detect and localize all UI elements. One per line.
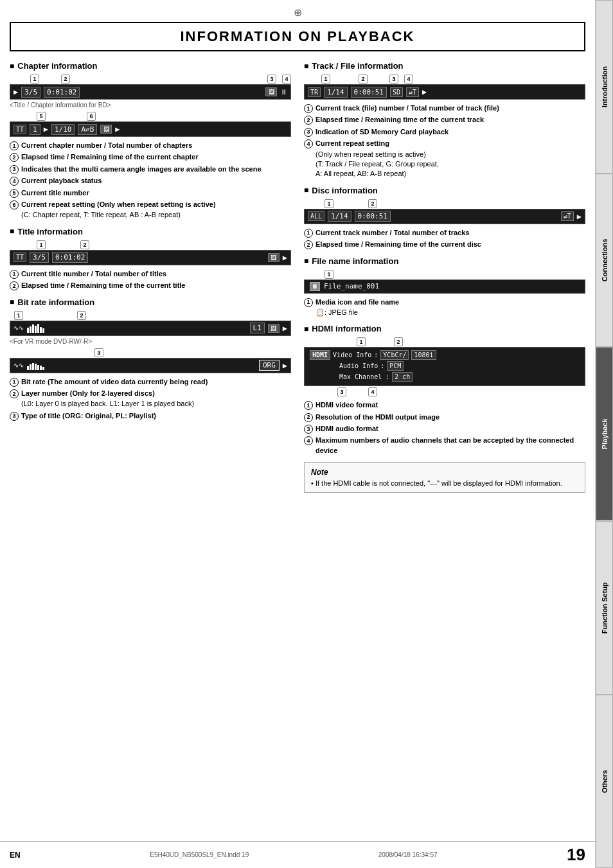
video-info-label: Video Info	[333, 351, 371, 359]
hdmi-note: Note • If the HDMI cable is not connecte…	[304, 462, 585, 493]
track-display: TR 1/14 0:00:51 SD ⇌T ▶	[304, 84, 585, 100]
bitrate-display-2: ∿∿ ORG ▶	[10, 358, 291, 373]
sidebar-tab-connections[interactable]: Connections	[596, 173, 613, 347]
callout-6: 6	[87, 112, 96, 121]
disc-track-num: 1/14	[328, 211, 351, 222]
hdmi-desc-1: 1 HDMI video format	[304, 400, 585, 410]
hdmi-max-row: Max Channel : 2 ch	[310, 372, 580, 382]
chapter-desc-list: 1 Current chapter number / Total number …	[10, 141, 291, 220]
chapter-desc-1: 1 Current chapter number / Total number …	[10, 141, 291, 150]
disc-arrow: ▶	[577, 212, 582, 221]
title-desc-2: 2 Elapsed time / Remaining time of the c…	[10, 281, 291, 290]
page-number: 19	[567, 845, 585, 865]
chapter-desc-5: 5 Current title number	[10, 188, 291, 198]
track-desc-3: 3 Indication of SD Memory Card playback	[304, 127, 585, 137]
filename-desc-list: 1 Media icon and file name📋: JPEG file	[304, 297, 585, 318]
title-num: 1	[30, 124, 40, 135]
chapter-desc-3: 3 Indicates that the multi camera angle …	[10, 164, 291, 174]
track-num: 1/14	[324, 87, 348, 98]
en-label: EN	[10, 851, 21, 860]
disc-desc-1: 1 Current track number / Total number of…	[304, 228, 585, 238]
chapter-display-2: TT 1 ▶ 1/10 A⇌B 🖼 ▶	[10, 121, 291, 137]
note-text: • If the HDMI cable is not connected, "-…	[311, 479, 578, 487]
title-desc-list: 1 Current title number / Total number of…	[10, 269, 291, 291]
meter-bars-2	[27, 361, 44, 370]
title-info-header: Title information	[10, 227, 291, 236]
bitrate-callouts-1: 1 2	[10, 311, 291, 320]
title-arrow: ▶	[283, 253, 287, 262]
repeat-t-label: ⇌T	[406, 87, 419, 97]
sidebar-tab-playback[interactable]: Playback	[596, 347, 613, 520]
track-arrow: ▶	[422, 87, 427, 96]
repeat-val: A⇌B	[78, 124, 97, 135]
tr-label: TR	[308, 87, 321, 97]
pause-icon: ⏸	[280, 88, 287, 96]
page-title: INFORMATION ON PLAYBACK	[10, 22, 585, 51]
chapter-ratio: 1/10	[51, 124, 75, 135]
track-desc-1: 1 Current track (file) number / Total nu…	[304, 103, 585, 113]
audio-val: PCM	[387, 361, 404, 371]
bottom-file: E5H40UD_NB500SL9_EN.indd 19	[150, 851, 249, 858]
hdmi-info-header: HDMI information	[304, 324, 585, 333]
note-title: Note	[311, 468, 578, 477]
top-symbol: ⊕	[10, 6, 585, 19]
wave-icon1: ∿∿	[13, 324, 24, 332]
disc-time: 0:00:51	[355, 211, 391, 222]
layer-val: L1	[250, 323, 265, 333]
sidebar-tab-function-setup[interactable]: Function Setup	[596, 521, 613, 695]
sidebar-tab-others[interactable]: Others	[596, 695, 613, 868]
filename-display: 📋 File_name_001	[304, 279, 585, 294]
all-label: ALL	[308, 211, 324, 221]
video-val1: YCbCr/	[380, 350, 409, 360]
filename-desc-1: 1 Media icon and file name📋: JPEG file	[304, 297, 585, 318]
bitrate-info-header: Bit rate information	[10, 297, 291, 307]
track-desc-list: 1 Current track (file) number / Total nu…	[304, 103, 585, 179]
play-icon-2: ▶	[44, 125, 48, 134]
track-callouts: 1 2 3 4	[304, 75, 585, 84]
callout-4: 4	[282, 75, 291, 84]
title-icon: 🖼	[268, 253, 280, 262]
chapter-desc-4: 4 Current playback status	[10, 176, 291, 186]
bottom-date: 2008/04/18 16:34:57	[378, 851, 438, 858]
track-time: 0:00:51	[351, 87, 387, 98]
sidebar-tab-introduction[interactable]: Introduction	[596, 0, 613, 173]
tt-label: TT	[13, 125, 26, 134]
sidebar-tabs: Introduction Connections Playback Functi…	[595, 0, 613, 868]
hdmi-desc-3: 3 HDMI audio format	[304, 424, 585, 434]
chapter-callouts-row1: 1 2 3 4	[10, 75, 291, 84]
play-icon: ▶	[13, 87, 18, 96]
callout-5: 5	[37, 112, 46, 121]
sd-label: SD	[390, 87, 403, 97]
bitrate-desc-2: 2 Layer number (Only for 2-layered discs…	[10, 389, 291, 409]
hdmi-display: HDMI Video Info : YCbCr/ 1080i Audio Inf…	[304, 347, 585, 386]
max-channel-val: 2 ch	[392, 372, 413, 382]
hdmi-desc-4: 4 Maximum numbers of audio channels that…	[304, 436, 585, 456]
disc-info-header: Disc information	[304, 186, 585, 195]
chapter-val1: 3/5	[21, 87, 40, 98]
chapter-time1: 0:01:02	[44, 87, 80, 98]
hdmi-label: HDMI	[310, 350, 330, 360]
chapter-icon1: 🖼	[265, 87, 277, 96]
bottom-left: EN	[10, 851, 21, 860]
callout-1: 1	[30, 75, 39, 84]
callout-3: 3	[267, 75, 276, 84]
wave-icon2: ∿∿	[13, 362, 24, 369]
max-channel-label: Max Channel :	[339, 373, 389, 380]
bitrate-callouts-2: 3	[10, 348, 291, 357]
title-display: TT 3/5 0:01:02 🖼 ▶	[10, 250, 291, 265]
bitrate-arrow2: ▶	[283, 361, 287, 370]
tt-label2: TT	[13, 252, 26, 262]
chapter-icon2: 🖼	[100, 125, 112, 134]
hdmi-callouts: 1 2	[304, 337, 585, 346]
bitrate-icon1: 🖼	[268, 324, 280, 333]
track-file-header: Track / File information	[304, 61, 585, 71]
disc-repeat-label: ⇌T	[561, 211, 574, 221]
bottom-bar: EN E5H40UD_NB500SL9_EN.indd 19 2008/04/1…	[0, 841, 595, 868]
disc-display: ALL 1/14 0:00:51 ⇌T ▶	[304, 209, 585, 224]
hdmi-desc-list: 1 HDMI video format 2 Resolution of the …	[304, 400, 585, 456]
chapter-subtitle: <Title / Chapter information for BD>	[10, 102, 291, 109]
audio-info-label: Audio Info	[339, 362, 378, 369]
meter-bars-1	[27, 324, 44, 333]
video-val2: 1080i	[411, 350, 436, 360]
bitrate-desc-3: 3 Type of title (ORG: Original, PL: Play…	[10, 411, 291, 421]
